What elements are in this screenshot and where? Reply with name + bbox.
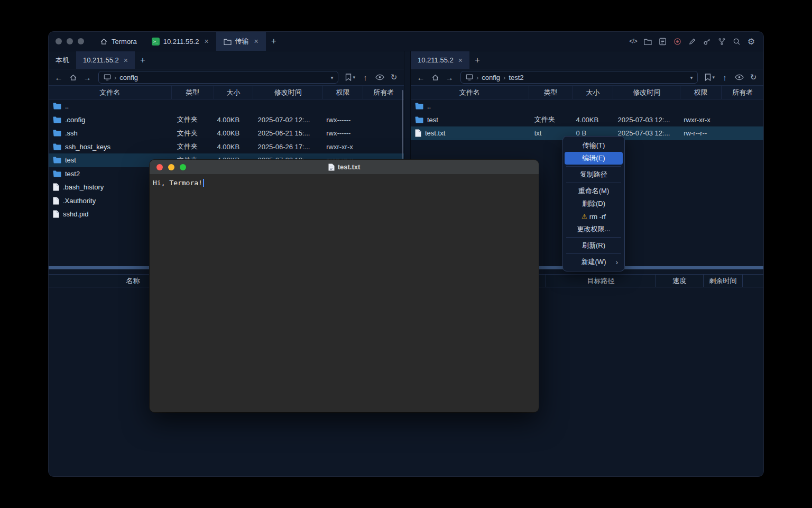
menu-item-refresh[interactable]: 刷新(R) (565, 239, 623, 252)
column-header[interactable]: 权限 (323, 86, 363, 99)
close-window-button[interactable] (156, 164, 163, 170)
minimize-window-button[interactable] (67, 38, 73, 44)
maximize-window-button[interactable] (180, 164, 186, 170)
file-name-cell: .ssh (49, 129, 172, 137)
breadcrumb[interactable]: › config › test2 ▾ (460, 71, 698, 84)
show-hidden-button[interactable] (733, 71, 745, 83)
breadcrumb-segment[interactable]: config (482, 74, 500, 81)
menu-item-new[interactable]: 新建(W) › (565, 256, 623, 268)
chevron-down-icon[interactable]: ▾ (690, 75, 693, 80)
close-window-button[interactable] (56, 38, 62, 44)
column-header[interactable]: 大小 (214, 86, 254, 99)
record-icon[interactable] (673, 38, 681, 46)
forward-button[interactable]: → (444, 71, 455, 83)
bookmark-button[interactable]: ▾ (344, 74, 357, 81)
tab-ssh-host[interactable]: >_ 10.211.55.2 × (144, 32, 216, 51)
column-header[interactable]: 速度 (656, 275, 703, 287)
menu-item-transfer[interactable]: 传输(T) (565, 139, 623, 152)
column-header[interactable]: 修改时间 (613, 86, 680, 99)
sftp-folder-icon[interactable] (644, 38, 652, 45)
new-pane-tab-button[interactable]: + (469, 51, 485, 69)
home-button[interactable] (429, 71, 441, 83)
back-button[interactable]: ← (53, 71, 64, 83)
menu-separator (566, 166, 621, 167)
menu-item-delete[interactable]: 删除(D) (565, 197, 623, 210)
menu-item-label: rm -rf (589, 213, 606, 221)
refresh-button[interactable]: ↻ (388, 71, 400, 83)
settings-gear-icon[interactable]: ⚙ (748, 37, 755, 47)
tab-transfer[interactable]: 传输 × (216, 32, 266, 51)
tab-label: 本机 (56, 56, 69, 65)
close-icon[interactable]: × (458, 56, 463, 65)
file-row[interactable]: .ssh 文件夹 4.00KB 2025-06-21 15:... rwx---… (49, 126, 404, 140)
tab-local[interactable]: 本机 (49, 51, 76, 69)
new-pane-tab-button[interactable]: + (135, 51, 151, 69)
file-perm: rwxr-xr-x (323, 143, 363, 151)
file-row[interactable]: .config 文件夹 4.00KB 2025-07-02 12:... rwx… (49, 113, 404, 127)
home-button[interactable] (67, 71, 79, 83)
column-header[interactable]: 类型 (529, 86, 573, 99)
new-tab-button[interactable]: + (266, 32, 282, 51)
column-header[interactable]: 文件名 (49, 86, 172, 99)
right-pane-tabs: 10.211.55.2 × + (411, 51, 763, 69)
column-header[interactable]: 权限 (680, 86, 722, 99)
forward-button[interactable]: → (81, 71, 93, 83)
breadcrumb-segment[interactable]: config (119, 74, 138, 81)
close-icon[interactable]: × (254, 37, 259, 46)
tab-remote-host[interactable]: 10.211.55.2 × (76, 51, 135, 69)
menu-item-change-permissions[interactable]: 更改权限... (565, 223, 623, 235)
editor-titlebar[interactable]: test.txt (150, 160, 539, 175)
branch-icon[interactable] (718, 38, 726, 46)
parent-dir-button[interactable]: ↑ (719, 71, 731, 83)
column-header[interactable]: 大小 (573, 86, 614, 99)
scrollbar-thumb[interactable] (402, 90, 403, 159)
file-row[interactable]: ssh_host_keys 文件夹 4.00KB 2025-06-26 17:.… (49, 140, 404, 154)
eye-icon (735, 74, 744, 80)
menu-item-copy-path[interactable]: 复制路径 (565, 168, 623, 181)
context-menu: 传输(T) 编辑(E) 复制路径 重命名(M) 删除(D) ⚠ rm -rf 更… (562, 136, 625, 271)
file-icon (415, 129, 421, 137)
column-header[interactable]: 所有者 (363, 86, 404, 99)
minimize-window-button[interactable] (168, 164, 174, 170)
maximize-window-button[interactable] (78, 38, 84, 44)
log-icon[interactable] (659, 38, 667, 46)
show-hidden-button[interactable] (374, 71, 385, 83)
column-header[interactable]: 文件名 (411, 86, 529, 99)
column-header[interactable]: 所有者 (722, 86, 763, 99)
column-header[interactable]: 类型 (172, 86, 214, 99)
file-row[interactable]: .. (49, 99, 404, 113)
key-icon[interactable] (703, 38, 711, 46)
chevron-down-icon[interactable]: ▾ (330, 75, 333, 80)
computer-icon (104, 74, 111, 81)
file-row[interactable]: .. (411, 99, 763, 113)
menu-item-rename[interactable]: 重命名(M) (565, 185, 623, 197)
file-icon (53, 197, 59, 205)
tab-remote-host[interactable]: 10.211.55.2 × (411, 51, 469, 69)
editor-content[interactable]: Hi, Termora! (150, 175, 539, 191)
bookmark-button[interactable]: ▾ (703, 74, 716, 81)
refresh-button[interactable]: ↻ (748, 71, 759, 83)
file-mtime: 2025-07-03 12:... (613, 129, 680, 137)
search-icon[interactable] (733, 38, 741, 46)
titlebar-actions: </> ⚙ (629, 32, 763, 51)
file-name-cell: .. (411, 102, 529, 110)
breadcrumb-segment[interactable]: test2 (509, 74, 523, 81)
tab-termora-home[interactable]: Termora (93, 32, 144, 51)
terminal-icon: >_ (152, 38, 160, 46)
column-header[interactable]: 剩余时间 (703, 275, 743, 287)
file-size: 4.00KB (573, 116, 614, 124)
breadcrumb[interactable]: › config ▾ (98, 71, 338, 84)
column-header[interactable]: 目标路径 (546, 275, 656, 287)
back-button[interactable]: ← (415, 71, 427, 83)
menu-item-rm-rf[interactable]: ⚠ rm -rf (565, 210, 623, 223)
file-row[interactable]: test 文件夹 4.00KB 2025-07-03 12:... rwxr-x… (411, 113, 763, 127)
column-header[interactable]: 修改时间 (253, 86, 323, 99)
close-icon[interactable]: × (124, 56, 128, 65)
menu-item-edit[interactable]: 编辑(E) (565, 152, 623, 165)
edit-pencil-icon[interactable] (688, 38, 696, 46)
folder-icon (53, 103, 61, 110)
code-icon[interactable]: </> (629, 38, 636, 45)
parent-dir-button[interactable]: ↑ (359, 71, 371, 83)
close-icon[interactable]: × (204, 37, 208, 46)
file-name: .config (65, 116, 85, 124)
